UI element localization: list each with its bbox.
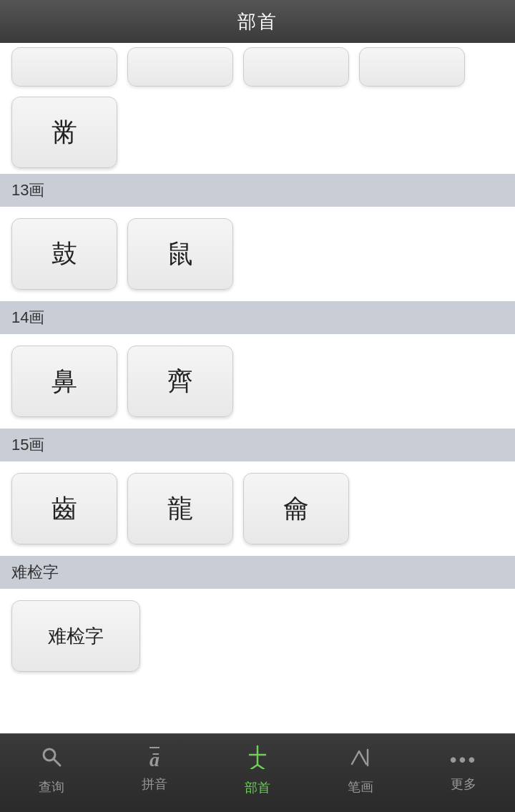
partial-row-2: 黹 bbox=[0, 91, 515, 174]
chars-grid-nanjian: 难检字 bbox=[0, 589, 515, 683]
char-btn-龠[interactable]: 龠 bbox=[243, 473, 349, 544]
pinyin-icon: ā bbox=[149, 748, 160, 771]
partial-char-btn-3[interactable] bbox=[243, 47, 349, 87]
scroll-area: 黹 13画 鼓 鼠 14画 鼻 齊 15画 齒 龍 龠 难检字 难检字 bbox=[0, 43, 515, 733]
char-btn-鼻[interactable]: 鼻 bbox=[11, 346, 117, 417]
tab-more[interactable]: ••• 更多 bbox=[412, 734, 515, 812]
partial-char-btn-2[interactable] bbox=[127, 47, 233, 87]
tab-bihua[interactable]: 笔画 bbox=[309, 734, 412, 812]
tab-bushou[interactable]: 部首 bbox=[206, 734, 309, 812]
svg-line-5 bbox=[258, 765, 264, 769]
section-header-nanjian: 难检字 bbox=[0, 556, 515, 589]
section-header-13hua: 13画 bbox=[0, 174, 515, 207]
top-partial-row bbox=[0, 43, 515, 91]
bottom-spacer bbox=[0, 683, 515, 698]
tab-pinyin-label: 拼音 bbox=[142, 776, 167, 793]
tab-chaxun-label: 查询 bbox=[39, 778, 64, 796]
char-btn-鼓[interactable]: 鼓 bbox=[11, 218, 117, 290]
svg-line-4 bbox=[251, 765, 258, 769]
search-icon bbox=[40, 745, 63, 774]
char-btn-齒[interactable]: 齒 bbox=[11, 473, 117, 544]
chars-grid-15hua: 齒 龍 龠 bbox=[0, 461, 515, 556]
section-header-15hua: 15画 bbox=[0, 429, 515, 461]
partial-char-btn-4[interactable] bbox=[359, 47, 465, 87]
tab-more-label: 更多 bbox=[451, 776, 476, 793]
partial-char-btn-1[interactable] bbox=[11, 47, 117, 87]
page-title: 部首 bbox=[237, 9, 278, 34]
bihua-icon bbox=[349, 745, 372, 774]
char-btn-nanjian[interactable]: 难检字 bbox=[11, 600, 140, 672]
char-btn-鼠[interactable]: 鼠 bbox=[127, 218, 233, 290]
char-btn-齊[interactable]: 齊 bbox=[127, 346, 233, 417]
svg-line-1 bbox=[54, 759, 60, 765]
tab-chaxun[interactable]: 查询 bbox=[0, 734, 103, 812]
char-btn-龍[interactable]: 龍 bbox=[127, 473, 233, 544]
more-icon: ••• bbox=[450, 748, 477, 771]
tab-pinyin[interactable]: ā 拼音 bbox=[103, 734, 206, 812]
chars-grid-14hua: 鼻 齊 bbox=[0, 334, 515, 429]
section-header-14hua: 14画 bbox=[0, 301, 515, 334]
char-btn-黹[interactable]: 黹 bbox=[11, 97, 117, 168]
tab-bushou-label: 部首 bbox=[245, 779, 270, 796]
tab-bihua-label: 笔画 bbox=[348, 778, 373, 796]
bushou-icon bbox=[247, 745, 268, 775]
chars-grid-13hua: 鼓 鼠 bbox=[0, 207, 515, 301]
app-header: 部首 bbox=[0, 0, 515, 43]
tab-bar: 查询 ā 拼音 部首 笔画 ••• 更多 bbox=[0, 733, 515, 812]
